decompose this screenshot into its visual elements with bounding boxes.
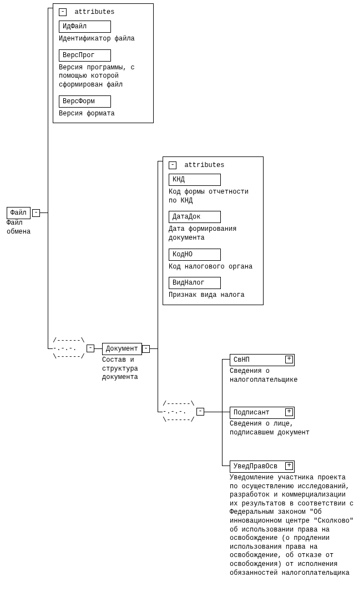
attr-datadok: ДатаДок [169, 211, 221, 223]
attr-versform: ВерсФорм [59, 95, 111, 108]
doc-attrs-toggle[interactable]: - [169, 161, 176, 169]
attr-knd: КНД [169, 174, 221, 186]
svnp-label: СвНП [234, 356, 250, 364]
attr-kodno-desc: Код налогового органа [169, 263, 257, 272]
connector [204, 412, 222, 412]
svnp-desc: Сведения о налогоплательщике [230, 367, 324, 384]
connector [222, 412, 230, 412]
connector [222, 466, 230, 466]
connector [150, 348, 158, 349]
document-toggle[interactable]: - [142, 345, 150, 353]
uvedpravosv-label: УведПравОсв [234, 463, 277, 470]
connector [222, 359, 230, 360]
attr-knd-desc: Код формы отчетности по КНД [169, 188, 257, 205]
root-node: Файл [7, 207, 31, 219]
connector [94, 348, 102, 349]
document-desc: Состав и структура документа [102, 356, 152, 382]
uvedpravosv-expand[interactable]: + [285, 462, 293, 470]
file-attributes-box: - attributes ИдФайл Идентификатор файла … [53, 3, 154, 123]
connector [48, 8, 48, 348]
root-desc: Файл обмена [7, 219, 40, 236]
podpisant-expand[interactable]: + [285, 408, 293, 416]
podpisant-label: Подписант [234, 409, 270, 417]
seq2-toggle[interactable]: - [196, 408, 204, 416]
attr-versform-desc: Версия формата [59, 110, 148, 119]
attr-idfile-desc: Идентификатор файла [59, 35, 148, 44]
attr-vidnalog: ВидНалог [169, 277, 221, 289]
podpisant-desc: Сведения о лице, подписавшем документ [230, 420, 324, 437]
connector [48, 8, 53, 8]
connector [158, 161, 163, 161]
connector [40, 213, 48, 213]
root-toggle[interactable]: - [32, 209, 40, 217]
seq1-toggle[interactable]: - [87, 345, 94, 352]
svnp-expand[interactable]: + [285, 356, 293, 363]
sequence-indicator-2: /------\ -.-.-. \------/ [163, 400, 195, 424]
attr-versprog-desc: Версия программы, с помощью которой сфор… [59, 64, 148, 90]
attr-kodno: КодНО [169, 249, 221, 261]
document-node-label: Документ [106, 345, 138, 353]
attr-versprog: ВерсПрог [59, 49, 111, 62]
connector [48, 348, 53, 349]
attr-idfile: ИдФайл [59, 21, 111, 33]
sequence-indicator-1: /------\ -.-.-. \------/ [53, 337, 85, 361]
uvedpravosv-desc: Уведомление участника проекта по осущест… [230, 474, 355, 578]
doc-attrs-label: attributes [184, 161, 224, 169]
connector [158, 161, 158, 412]
connector [158, 412, 163, 412]
root-node-label: Файл [11, 209, 27, 217]
connector [222, 359, 223, 466]
file-attrs-label: attributes [74, 8, 114, 16]
file-attrs-toggle[interactable]: - [59, 8, 67, 16]
attr-vidnalog-desc: Признак вида налога [169, 291, 257, 300]
attr-datadok-desc: Дата формирования документа [169, 225, 257, 242]
doc-attributes-box: - attributes КНД Код формы отчетности по… [163, 156, 264, 305]
document-node: Документ [102, 343, 142, 355]
